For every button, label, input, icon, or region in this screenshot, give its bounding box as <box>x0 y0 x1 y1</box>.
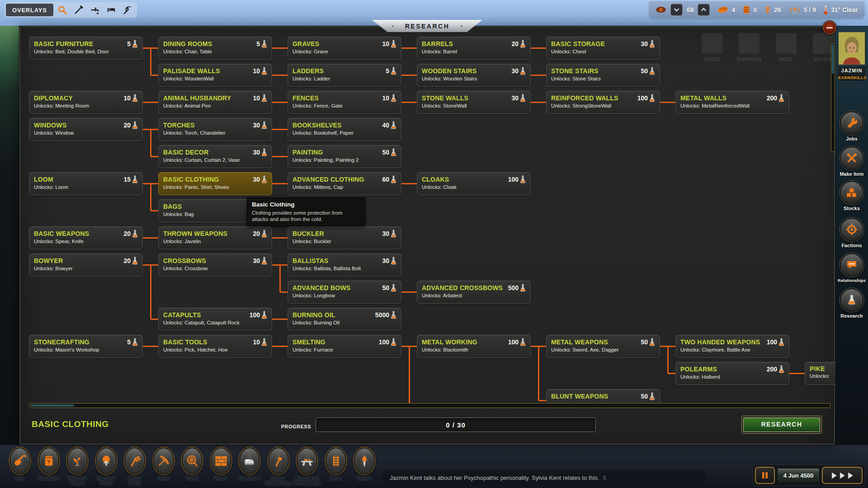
research-node-painting[interactable]: PAINTING50Unlocks: Painting, Painting 2 <box>288 145 401 168</box>
research-node-basic-storage[interactable]: BASIC STORAGE30Unlocks: Chest <box>546 37 660 60</box>
brush-tool-button[interactable] <box>71 4 87 16</box>
research-tree[interactable]: SADIEDARRIANNOELSYLVIABASIC FURNITURE5Un… <box>19 26 835 404</box>
research-node-bowyer[interactable]: BOWYER20Unlocks: Bowyer <box>29 253 143 277</box>
research-node-smelting[interactable]: SMELTING100Unlocks: Furnace <box>288 335 401 358</box>
horizontal-scrollbar[interactable] <box>29 403 830 408</box>
research-node-barrels[interactable]: BARRELS20Unlocks: Barrel <box>417 37 531 60</box>
research-node-ballistas[interactable]: BALLISTAS30Unlocks: Ballista, Ballista B… <box>288 253 401 277</box>
research-node-stone-walls[interactable]: STONE WALLS30Unlocks: StoneWall <box>417 91 531 114</box>
research-node-basic-tools[interactable]: BASIC TOOLS10Unlocks: Pick, Hatchet, Hoe <box>158 335 272 358</box>
toolbar-dig[interactable]: Dig <box>7 447 33 481</box>
colonists-stat: 5 / 9 <box>788 6 816 14</box>
toolbar-advanced-workshops[interactable]: Advanced Workshops <box>294 447 320 486</box>
play-speed-2-button[interactable] <box>839 472 846 479</box>
toolbar-harvest-plants[interactable]: Harvest Plants <box>64 447 90 486</box>
pickaxe-tool-button[interactable] <box>119 4 136 16</box>
research-node-cloaks[interactable]: CLOAKS100Unlocks: Cloak <box>417 172 531 195</box>
jobs-icon <box>846 117 858 129</box>
visibility-eye-icon[interactable] <box>656 6 666 13</box>
toolbar-walls[interactable]: Walls <box>208 447 234 481</box>
magnifier-tool-button[interactable] <box>54 4 71 16</box>
research-node-reinforced-walls[interactable]: REINFORCED WALLS100Unlocks: StrongStoneW… <box>546 91 660 114</box>
research-node-dining-rooms[interactable]: DINING ROOMS5Unlocks: Chair, Table <box>158 37 272 60</box>
toolbar-decor[interactable]: Decor <box>351 447 377 481</box>
research-node-fences[interactable]: FENCES10Unlocks: Fence, Gate <box>288 91 401 114</box>
toolbar-stockpile[interactable]: Stockpile <box>36 447 62 481</box>
sidebar-button-stocks[interactable]: Stocks <box>835 181 868 211</box>
research-node-blunt-weapons[interactable]: BLUNT WEAPONS50 <box>546 389 660 404</box>
basic-workshops-icon <box>272 455 285 467</box>
research-node-thrown-weapons[interactable]: THROWN WEAPONS20Unlocks: Javelin <box>158 226 272 249</box>
toolbar-tame[interactable]: Tame <box>179 447 205 481</box>
research-node-metal-weapons[interactable]: METAL WEAPONS50Unlocks: Sword, Axe, Dagg… <box>546 335 660 358</box>
research-node-buckler[interactable]: BUCKLER30Unlocks: Buckler <box>288 226 401 249</box>
sidebar-button-relationships[interactable]: Relationships <box>835 253 868 283</box>
pause-button[interactable] <box>755 467 775 484</box>
toolbar-hunt[interactable]: Hunt <box>151 447 177 481</box>
research-node-catapults[interactable]: CATAPULTS100Unlocks: Catapult, Catapult … <box>158 308 272 331</box>
node-unlocks: Unlocks: Burning Oil <box>292 320 396 325</box>
sidebar-button-factions[interactable]: Factions <box>835 218 868 248</box>
node-cost: 20 <box>123 230 138 238</box>
flask-icon <box>261 67 267 75</box>
node-cost-value: 20 <box>511 40 519 47</box>
vertical-scrollbar[interactable] <box>831 43 835 152</box>
research-node-bookshelves[interactable]: BOOKSHELVES40Unlocks: Bookshelf, Paper <box>288 118 401 141</box>
node-unlocks: Unlocks: Halberd <box>680 374 784 380</box>
sidebar-button-research[interactable]: Research <box>835 288 868 319</box>
research-node-stone-stairs[interactable]: STONE STAIRS50Unlocks: Stone Stairs <box>546 64 660 87</box>
research-node-metal-working[interactable]: METAL WORKING100Unlocks: Blacksmith <box>417 335 531 358</box>
play-speed-3-button[interactable] <box>847 472 854 479</box>
research-node-basic-decor[interactable]: BASIC DECOR30Unlocks: Curtain, Curtain 2… <box>158 145 272 168</box>
research-node-animal-husbandry[interactable]: ANIMAL HUSBANDRY10Unlocks: Animal Pen <box>158 91 272 114</box>
tree-connector <box>538 346 539 400</box>
close-button[interactable] <box>823 21 836 34</box>
research-node-metal-walls[interactable]: METAL WALLS200Unlocks: MetalReinforcedWa… <box>675 91 789 114</box>
research-node-windows[interactable]: WINDOWS20Unlocks: Window <box>29 118 143 141</box>
research-node-graves[interactable]: GRAVES10Unlocks: Grave <box>288 37 401 60</box>
research-node-basic-clothing[interactable]: BASIC CLOTHING30Unlocks: Pants, Shirt, S… <box>158 172 272 195</box>
research-node-wooden-stairs[interactable]: WOODEN STAIRS30Unlocks: Wooden Stairs <box>417 64 531 87</box>
toolbar-place-farm[interactable]: Place Farm <box>122 447 148 486</box>
horizontal-scrollbar-thumb[interactable] <box>31 404 74 407</box>
research-node-palisade-walls[interactable]: PALISADE WALLS10Unlocks: WoodenWall <box>158 64 272 87</box>
research-button[interactable]: RESEARCH <box>741 416 822 434</box>
research-node-torches[interactable]: TORCHES30Unlocks: Torch, Chandelier <box>158 118 272 141</box>
research-node-two-handed-weapons[interactable]: TWO HANDED WEAPONS100Unlocks: Claymore, … <box>675 335 789 358</box>
research-node-pike[interactable]: PIKEUnlocks: <box>805 362 835 385</box>
research-node-advanced-clothing[interactable]: ADVANCED CLOTHING60Unlocks: Mittens, Cap <box>288 172 401 195</box>
character-portrait[interactable]: JAZMIN EARNSKILLS <box>838 32 865 81</box>
research-node-advanced-bows[interactable]: ADVANCED BOWS50Unlocks: Longbow <box>288 281 401 304</box>
research-node-basic-weapons[interactable]: BASIC WEAPONS20Unlocks: Spear, Knife <box>29 226 143 249</box>
overlays-button[interactable]: OVERLAYS <box>6 4 53 16</box>
event-message[interactable]: Jazmin Kent talks about her Psychopathic… <box>382 470 705 485</box>
toolbar-misc[interactable]: Misc <box>323 447 349 481</box>
depth-down-button[interactable] <box>670 4 683 16</box>
sidebar-button-make-item[interactable]: Make Item <box>835 146 868 177</box>
research-node-stonecrafting[interactable]: STONECRAFTING5Unlocks: Mason's Workshop <box>29 335 143 358</box>
depth-up-button[interactable] <box>698 4 710 16</box>
faucet-tool-button[interactable] <box>87 4 103 16</box>
bed-tool-button[interactable] <box>103 4 119 16</box>
toolbar-basic-workshops[interactable]: Basic Workshops <box>265 447 292 486</box>
research-node-burning-oil[interactable]: BURNING OIL5000Unlocks: Burning Oil <box>288 308 401 331</box>
node-title: CLOAKS <box>422 176 449 183</box>
tooltip-title: Basic Clothing <box>252 201 360 208</box>
node-cost-value: 30 <box>511 67 519 75</box>
play-speed-1-button[interactable] <box>831 472 838 479</box>
research-node-diplomacy[interactable]: DIPLOMACY10Unlocks: Meeting Room <box>29 91 143 114</box>
node-cost: 50 <box>641 392 655 400</box>
toolbar-item-label: Stockpile <box>36 476 62 481</box>
toolbar-furniture[interactable]: Furniture <box>236 447 263 481</box>
toolbar-harvest-trees[interactable]: Harvest Trees <box>93 447 119 486</box>
flask-icon <box>261 175 267 183</box>
research-node-advanced-crossbows[interactable]: ADVANCED CROSSBOWS500Unlocks: Arbalest <box>417 281 531 304</box>
research-node-ladders[interactable]: LADDERS5Unlocks: Ladder <box>288 64 401 87</box>
research-node-basic-furniture[interactable]: BASIC FURNITURE5Unlocks: Bed, Double Bed… <box>29 37 143 60</box>
research-node-loom[interactable]: LOOM15Unlocks: Loom <box>29 172 143 195</box>
vertical-scrollbar-thumb[interactable] <box>832 45 834 74</box>
node-cost-value: 100 <box>250 311 260 319</box>
research-node-polearms[interactable]: POLEARMS200Unlocks: Halberd <box>675 362 789 385</box>
research-node-crossbows[interactable]: CROSSBOWS30Unlocks: Crossbow <box>158 253 272 277</box>
sidebar-button-jobs[interactable]: Jobs <box>835 111 868 141</box>
